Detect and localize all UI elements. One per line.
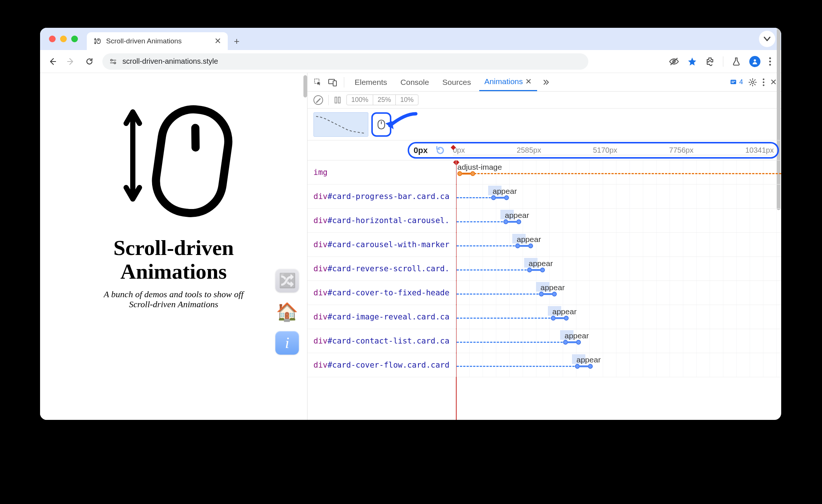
devtools-panel: Elements Console Sources Animations ✕ 4 …	[307, 73, 781, 420]
minimize-window-icon[interactable]	[60, 36, 67, 42]
track-row[interactable]: div#card-cover-to-fixed-headeappear	[308, 281, 781, 305]
labs-icon[interactable]	[731, 57, 741, 66]
current-position: 0px	[414, 146, 435, 155]
shuffle-button[interactable]: 🔀	[275, 269, 299, 292]
svg-point-4	[114, 62, 116, 64]
track-lane[interactable]: appear	[456, 209, 781, 232]
overflow-menu-icon[interactable]	[769, 57, 772, 66]
track-lane[interactable]: appear	[456, 305, 781, 329]
track-lane[interactable]: appear	[456, 353, 781, 377]
close-window-icon[interactable]	[49, 36, 56, 42]
track-lane[interactable]: appear	[456, 233, 781, 256]
playhead-marker-icon[interactable]	[451, 145, 456, 150]
animation-name: appear	[529, 259, 553, 268]
site-settings-icon[interactable]	[109, 57, 117, 66]
tab-console[interactable]: Console	[395, 73, 434, 91]
animation-name: appear	[517, 235, 541, 244]
tab-search-button[interactable]	[759, 31, 775, 47]
callout-arrow-icon	[379, 110, 420, 136]
track-row[interactable]: div#card-reverse-scroll.card.appear	[308, 257, 781, 281]
back-button[interactable]	[47, 56, 58, 67]
kebab-menu-icon[interactable]	[762, 78, 765, 87]
svg-rect-16	[333, 81, 336, 86]
browser-tab[interactable]: Scroll-driven Animations ✕	[87, 32, 228, 50]
svg-rect-25	[338, 97, 340, 103]
close-tab-icon[interactable]: ✕	[214, 36, 221, 46]
animation-group-thumb[interactable]	[313, 112, 368, 137]
animation-groups-row	[308, 109, 781, 140]
tab-animations[interactable]: Animations ✕	[479, 73, 537, 91]
favicon-icon	[93, 37, 102, 45]
browser-window: Scroll-driven Animations ✕ + scroll-driv…	[40, 28, 781, 420]
track-label: div#card-cover-to-fixed-heade	[308, 281, 456, 305]
tab-sources[interactable]: Sources	[437, 73, 476, 91]
bookmark-star-icon[interactable]	[687, 57, 697, 66]
ruler-ticks: 0px 2585px 5170px 7756px 10341px	[453, 146, 774, 155]
forward-button[interactable]	[65, 56, 76, 67]
speed-selector[interactable]: 100% 25% 10%	[346, 94, 418, 105]
timeline-ruler: 0px 0px 2585px 5170px 7756px 10341px	[308, 140, 781, 160]
track-lane[interactable]: appear	[456, 257, 781, 281]
maximize-window-icon[interactable]	[71, 36, 78, 42]
track-label: img	[308, 160, 456, 184]
tab-title: Scroll-driven Animations	[106, 37, 182, 45]
device-toggle-icon[interactable]	[327, 76, 339, 88]
more-tabs-icon[interactable]	[540, 76, 552, 88]
info-button[interactable]: i	[275, 331, 299, 355]
track-row[interactable]: div#card-horizontal-carousel.appear	[308, 209, 781, 233]
svg-point-23	[763, 84, 764, 86]
content-area: Scroll-drivenAnimations A bunch of demos…	[40, 73, 781, 420]
page-scrollbar[interactable]	[303, 75, 307, 97]
devtools-tabs: Elements Console Sources Animations ✕ 4 …	[308, 73, 781, 92]
svg-rect-19	[731, 82, 734, 83]
track-row[interactable]: div#card-carousel-with-markerappear	[308, 233, 781, 257]
svg-point-20	[752, 81, 754, 83]
animation-name: appear	[505, 211, 529, 220]
omnibox[interactable]: scroll-driven-animations.style	[102, 53, 588, 70]
page-subtitle: A bunch of demos and tools to show offSc…	[70, 289, 277, 309]
track-label: div#card-cover-flow.card.card	[308, 353, 456, 377]
track-lane[interactable]: appear	[456, 281, 781, 305]
track-lane[interactable]: appear	[456, 329, 781, 353]
svg-point-21	[763, 78, 764, 80]
track-row[interactable]: div#card-contact-list.card.caappear	[308, 329, 781, 353]
animations-toolbar: 100% 25% 10%	[308, 92, 781, 109]
home-button[interactable]: 🏠	[275, 300, 299, 324]
clear-icon[interactable]	[313, 95, 323, 105]
track-label: div#card-carousel-with-marker	[308, 233, 456, 256]
eye-off-icon[interactable]	[669, 56, 679, 67]
window-controls	[49, 28, 78, 50]
animation-tracks: imgadjust-imagediv#card-progress-bar.car…	[308, 160, 781, 420]
track-row[interactable]: imgadjust-image	[308, 160, 781, 185]
svg-point-22	[763, 81, 764, 83]
inspect-icon[interactable]	[312, 76, 324, 88]
url-text: scroll-driven-animations.style	[122, 57, 218, 66]
track-lane[interactable]: adjust-image	[456, 160, 781, 184]
settings-icon[interactable]	[748, 78, 757, 87]
animation-name: appear	[493, 187, 517, 196]
new-tab-button[interactable]: +	[228, 32, 246, 50]
track-row[interactable]: div#card-cover-flow.card.cardappear	[308, 353, 781, 377]
tab-strip: Scroll-driven Animations ✕ +	[40, 28, 781, 50]
pause-icon[interactable]	[334, 96, 341, 104]
animation-name: appear	[576, 355, 601, 364]
toolbar-trailing	[669, 56, 775, 67]
track-label: div#card-contact-list.card.ca	[308, 329, 456, 353]
animation-name: adjust-image	[457, 163, 502, 172]
svg-point-10	[769, 60, 771, 62]
issues-chip[interactable]: 4	[730, 78, 743, 86]
svg-rect-17	[730, 80, 736, 84]
profile-avatar[interactable]	[749, 56, 760, 67]
track-row[interactable]: div#card-progress-bar.card.caappear	[308, 185, 781, 209]
track-row[interactable]: div#card-image-reveal.card.caappear	[308, 305, 781, 329]
tab-elements[interactable]: Elements	[349, 73, 392, 91]
reload-button[interactable]	[84, 56, 95, 67]
close-panel-icon[interactable]: ✕	[525, 77, 532, 86]
track-lane[interactable]: appear	[456, 185, 781, 208]
divider	[723, 56, 723, 67]
svg-rect-12	[152, 105, 232, 217]
close-devtools-icon[interactable]: ✕	[770, 77, 777, 87]
replay-icon[interactable]	[435, 145, 445, 156]
svg-rect-18	[731, 81, 735, 82]
extensions-icon[interactable]	[705, 57, 715, 66]
